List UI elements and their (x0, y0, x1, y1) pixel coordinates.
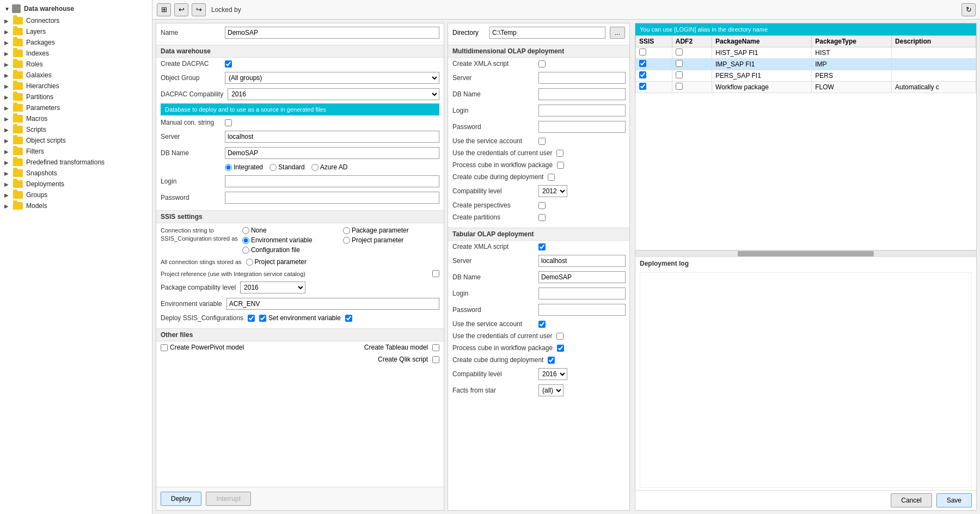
tab-xmla-checkbox[interactable] (538, 243, 546, 250)
sidebar-item-layers[interactable]: ▶ Layers (0, 26, 152, 37)
ssis-proj-param[interactable]: Project parameter (343, 236, 439, 244)
adf2-cell[interactable] (672, 82, 712, 93)
multi-login-input[interactable] (538, 105, 626, 117)
pkg-compat-select[interactable]: 2016 (240, 282, 305, 293)
tab-compat-select[interactable]: 2016 (538, 368, 567, 380)
sidebar-item-filters[interactable]: ▶ Filters (0, 146, 152, 157)
table-row[interactable]: IMP_SAP FI1 IMP (636, 59, 976, 70)
tab-login-input[interactable] (538, 287, 626, 299)
undo-button[interactable]: ↩ (174, 3, 188, 16)
password-input[interactable] (225, 192, 439, 204)
qlik-checkbox[interactable] (432, 356, 439, 363)
table-row[interactable]: HIST_SAP FI1 HIST (636, 47, 976, 59)
multi-processcube-checkbox[interactable] (557, 162, 564, 169)
ssis-pkg-param[interactable]: Package parameter (343, 227, 439, 234)
sidebar-item-partitions[interactable]: ▶ Partitions (0, 91, 152, 102)
multi-xmla-checkbox[interactable] (538, 60, 546, 68)
adf2-cell[interactable] (672, 59, 712, 70)
cancel-button[interactable]: Cancel (891, 493, 932, 507)
sidebar-item-galaxies[interactable]: ▶ Galaxies (0, 70, 152, 81)
adf2-cell[interactable] (672, 47, 712, 59)
ssis-cell[interactable] (636, 70, 672, 82)
table-row[interactable]: Workflow package FLOW Automatically c (636, 82, 976, 93)
refresh-button[interactable]: ↻ (961, 3, 976, 16)
tab-facts-select[interactable]: (all) (538, 384, 564, 396)
directory-input[interactable] (489, 27, 605, 39)
tab-createcube-checkbox[interactable] (548, 357, 555, 364)
sidebar-item-parameters[interactable]: ▶ Parameters (0, 102, 152, 113)
sidebar-item-object-scripts[interactable]: ▶ Object scripts (0, 135, 152, 146)
sidebar-item-predefined-transformations[interactable]: ▶ Predefined transformations (0, 157, 152, 168)
multi-compat-select[interactable]: 2012 (538, 185, 567, 197)
set-env-var-checkbox[interactable] (259, 315, 266, 322)
directory-browse-btn[interactable]: ... (610, 27, 625, 39)
multi-password-input[interactable] (538, 121, 626, 133)
env-var-input[interactable] (226, 298, 439, 310)
ssis-none[interactable]: None (242, 227, 339, 234)
tab-server-input[interactable] (538, 255, 626, 267)
manual-con-checkbox[interactable] (225, 119, 232, 126)
object-group-select[interactable]: (All groups) (225, 72, 439, 84)
auth-integrated[interactable]: Integrated (225, 163, 263, 171)
multi-perspectives-checkbox[interactable] (538, 202, 546, 209)
tab-dbname-input[interactable] (538, 271, 626, 283)
sidebar-item-roles[interactable]: ▶ Roles (0, 59, 152, 70)
tab-processcube-checkbox[interactable] (557, 345, 564, 352)
sidebar-item-connectors[interactable]: ▶ Connectors (0, 15, 152, 26)
multi-service-checkbox[interactable] (538, 138, 546, 145)
ssis-cell[interactable] (636, 47, 672, 59)
table-row[interactable]: PERS_SAP FI1 PERS (636, 70, 976, 82)
tableau-checkbox[interactable] (432, 344, 439, 351)
deploy-ssis-checkbox[interactable] (248, 315, 255, 322)
folder-icon (13, 180, 23, 188)
right-panels: You can use [LOGIN] alias in the directo… (632, 20, 980, 514)
ssis-env-var[interactable]: Environment variable (242, 236, 339, 244)
sidebar-item-macros[interactable]: ▶ Macros (0, 113, 152, 124)
dacpac-compat-select[interactable]: 2016 (228, 88, 439, 100)
powerpivot-item[interactable]: Create PowerPivot model (161, 344, 244, 351)
qlik-item[interactable]: Create Qlik script (378, 356, 439, 363)
ssis-cell[interactable] (636, 82, 672, 93)
sidebar-item-scripts[interactable]: ▶ Scripts (0, 124, 152, 135)
set-env-var-item[interactable]: Set environment variable (259, 314, 341, 322)
adf2-cell[interactable] (672, 70, 712, 82)
tableau-item[interactable]: Create Tableau model (364, 344, 439, 351)
sidebar-item-indexes[interactable]: ▶ Indexes (0, 48, 152, 59)
dbname-input[interactable] (225, 147, 439, 159)
sidebar-item-packages[interactable]: ▶ Packages (0, 37, 152, 48)
create-dacpac-checkbox[interactable] (225, 60, 232, 68)
table-scrollbar[interactable] (635, 250, 976, 256)
tab-curruser-checkbox[interactable] (556, 333, 564, 340)
tab-password-input[interactable] (538, 304, 626, 316)
multi-dbname-input[interactable] (538, 88, 626, 100)
sidebar-item-snapshots[interactable]: ▶ Snapshots (0, 168, 152, 179)
name-input[interactable] (225, 27, 439, 39)
all-conn-proj-param[interactable]: Project parameter (246, 258, 307, 266)
server-input[interactable] (225, 131, 439, 143)
auth-azure[interactable]: Azure AD (311, 163, 348, 171)
deploy-button[interactable]: Deploy (161, 492, 201, 506)
tab-service-checkbox[interactable] (538, 321, 546, 328)
ssis-config-file[interactable]: Configuration file (242, 246, 339, 254)
sidebar-item-groups[interactable]: ▶ Groups (0, 189, 152, 200)
tree-root[interactable]: ▼ Data warehouse (0, 2, 152, 15)
sidebar-item-models[interactable]: ▶ Models (0, 200, 152, 211)
folder-icon (13, 104, 23, 112)
multi-partitions-checkbox[interactable] (538, 214, 546, 221)
ssis-cell[interactable] (636, 59, 672, 70)
set-env-var2-checkbox[interactable] (345, 315, 352, 322)
content-area: Name Data warehouse Create DACPAC Object… (152, 20, 980, 514)
interrupt-button[interactable]: Interrupt (206, 492, 251, 506)
grid-view-button[interactable]: ⊞ (157, 3, 171, 16)
save-button[interactable]: Save (936, 493, 972, 507)
auth-standard[interactable]: Standard (270, 163, 305, 171)
login-input[interactable] (225, 175, 439, 187)
powerpivot-checkbox[interactable] (161, 344, 168, 351)
multi-createcube-checkbox[interactable] (548, 174, 555, 181)
project-ref-checkbox[interactable] (432, 270, 439, 277)
redo-button[interactable]: ↪ (192, 3, 206, 16)
sidebar-item-hierarchies[interactable]: ▶ Hierarchies (0, 81, 152, 91)
multi-curruser-checkbox[interactable] (556, 150, 564, 157)
sidebar-item-deployments[interactable]: ▶ Deployments (0, 179, 152, 189)
multi-server-input[interactable] (538, 72, 626, 84)
